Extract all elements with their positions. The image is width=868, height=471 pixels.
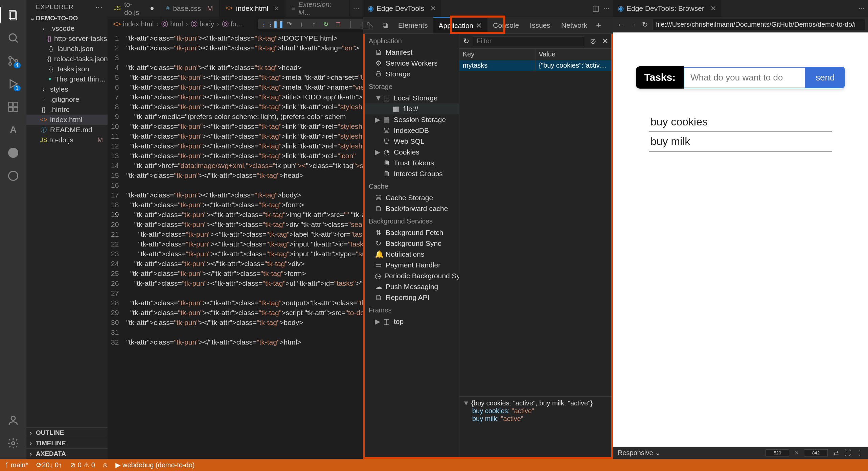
azure-icon[interactable]: A [5,122,21,138]
tab-browser[interactable]: ◉Edge DevTools: Browser✕ [613,0,721,17]
close-icon[interactable]: ✕ [274,5,279,12]
device-icon[interactable]: ⧉ [378,21,393,30]
file-item[interactable]: {}.hintrc [26,104,108,115]
file-item[interactable]: {}http-server-tasks.j…U [26,33,108,44]
screenshot-icon[interactable]: ⛶ [844,449,851,457]
nav-cookies[interactable]: ▶◔Cookies [365,147,459,158]
debug-pause-icon[interactable]: ❚❚ [273,20,281,28]
url-field[interactable]: file:///Users/chrisheilmann/Documents/Gi… [652,19,865,30]
branch-indicator[interactable]: ᚶ main* [5,461,28,469]
file-item[interactable]: <>index.html [26,115,108,125]
debug-step-into-icon[interactable]: ↓ [297,20,306,28]
file-item[interactable]: ✦The great thin…U [26,74,108,84]
tab-base-css[interactable]: #base.cssM [160,0,219,17]
clear-icon[interactable]: ⊘ [587,37,599,46]
explorer-more-icon[interactable]: ··· [95,3,103,11]
more-icon[interactable]: ··· [603,4,610,13]
tool-elements[interactable]: Elements [393,17,433,33]
nav-bfcache[interactable]: 🗎Back/forward cache [365,203,459,214]
file-item[interactable]: {}tasks.json [26,64,108,74]
more-icon[interactable]: ⋮ [856,449,863,457]
timeline-section[interactable]: ›TIMELINE [26,438,108,448]
refresh-icon[interactable]: ↻ [459,37,473,46]
project-section[interactable]: ⌄ DEMO-TO-DO [26,13,108,23]
file-item[interactable]: ◦.gitignore [26,94,108,104]
debug-stop-icon[interactable]: □ [334,20,342,28]
folder-item[interactable]: ›styles [26,84,108,94]
nav-notifications[interactable]: 🔔Notifications [365,249,459,260]
nav-frame-top[interactable]: ▶◫top [365,316,459,327]
breadcrumb[interactable]: <>index.html [113,20,154,28]
add-tool-icon[interactable]: + [596,20,601,30]
close-icon[interactable]: ✕ [710,4,716,13]
scm-icon[interactable]: 4 [5,53,21,69]
tab-edge-devtools[interactable]: ◉Edge DevTools✕ [363,0,441,17]
task-item[interactable]: buy milk [649,132,832,151]
settings-gear-icon[interactable] [5,435,21,451]
explorer-icon[interactable] [5,7,21,23]
nav-push[interactable]: ☁Push Messaging [365,281,459,292]
debug-target[interactable]: ▶ webdebug (demo-to-do) [115,461,195,469]
nav-session-storage[interactable]: ▶▦Session Storage [365,114,459,125]
inspect-icon[interactable]: ⃞↖ [363,21,378,30]
nav-manifest[interactable]: 🗎Manifest [365,47,459,58]
filter-input[interactable] [473,36,584,46]
breadcrumb[interactable]: ⓪body [191,20,214,29]
nav-cache-storage[interactable]: ⛁Cache Storage [365,192,459,203]
delete-icon[interactable]: ✕ [599,37,611,46]
search-icon[interactable] [5,30,21,46]
send-button[interactable]: send [805,67,845,88]
nav-service-workers[interactable]: ⚙Service Workers [365,58,459,69]
code-editor[interactable]: 1234567891011121314151617181920212223242… [108,31,363,459]
reload-icon[interactable]: ↻ [640,21,650,29]
drag-handle-icon[interactable]: ⋮⋮ [260,20,269,28]
debug-step-out-icon[interactable]: ↑ [309,20,318,28]
file-item[interactable]: {}reload-tasks.json [26,54,108,64]
tool-network[interactable]: Network [556,17,593,33]
width-input[interactable] [766,449,789,456]
back-icon[interactable]: ← [616,21,626,29]
ports-indicator[interactable]: ⎋ [103,461,107,469]
debug-step-over-icon[interactable]: ↷ [285,20,294,28]
extensions-icon[interactable] [5,99,21,115]
debug-restart-icon[interactable]: ↻ [321,20,330,28]
nav-storage[interactable]: ⛁Storage [365,69,459,79]
kv-row[interactable]: mytasks {"buy cookies":"active",… [459,60,611,71]
nav-payment[interactable]: ▭Payment Handler [365,260,459,270]
tab-todo-js[interactable]: JSto-do.js [108,0,160,17]
nav-reporting[interactable]: 🗎Reporting API [365,292,459,303]
forward-icon[interactable]: → [628,21,638,29]
debug-console-icon[interactable]: ⫟ [358,20,363,28]
account-icon[interactable] [5,412,21,428]
file-item[interactable]: {}launch.json [26,44,108,54]
tool-console[interactable]: Console [487,17,524,33]
rotate-icon[interactable]: ⇄ [833,449,839,457]
split-editor-icon[interactable]: ◫ [592,4,599,13]
nav-trust-tokens[interactable]: 🗎Trust Tokens [365,158,459,168]
edge-icon[interactable] [5,168,21,184]
more-icon[interactable]: ··· [859,4,865,13]
task-item[interactable]: buy cookies [649,112,832,132]
nav-bg-fetch[interactable]: ⇅Background Fetch [365,227,459,238]
responsive-mode[interactable]: Responsive ⌄ [618,449,661,457]
nav-interest-groups[interactable]: 🗎Interest Groups [365,168,459,179]
nav-bg-sync[interactable]: ↻Background Sync [365,238,459,249]
nav-periodic-sync[interactable]: ◷Periodic Background Sync [365,270,459,281]
problems-indicator[interactable]: ⊘ 0 ⚠ 0 [70,461,95,469]
file-item[interactable]: ⓘREADME.md [26,125,108,135]
breadcrumb[interactable]: ⓪html [161,20,183,29]
tool-issues[interactable]: Issues [524,17,556,33]
nav-local-storage-origin[interactable]: ▦file:// [365,103,459,114]
height-input[interactable] [804,449,828,456]
outline-section[interactable]: ›OUTLINE [26,427,108,438]
breadcrumb[interactable]: ⓪fo… [222,20,243,29]
axedata-section[interactable]: ›AXEDATA [26,448,108,459]
close-icon[interactable]: ✕ [476,22,482,30]
close-icon[interactable]: ✕ [430,4,436,13]
folder-item[interactable]: ›.vscode [26,23,108,33]
run-debug-icon[interactable]: 1 [5,76,21,92]
tab-index-html[interactable]: <>index.html✕ [220,0,285,17]
nav-local-storage[interactable]: ▼▦Local Storage [365,93,459,103]
sync-indicator[interactable]: ⟳20↓ 0↑ [36,461,62,469]
file-item[interactable]: JSto-do.jsM [26,135,108,145]
